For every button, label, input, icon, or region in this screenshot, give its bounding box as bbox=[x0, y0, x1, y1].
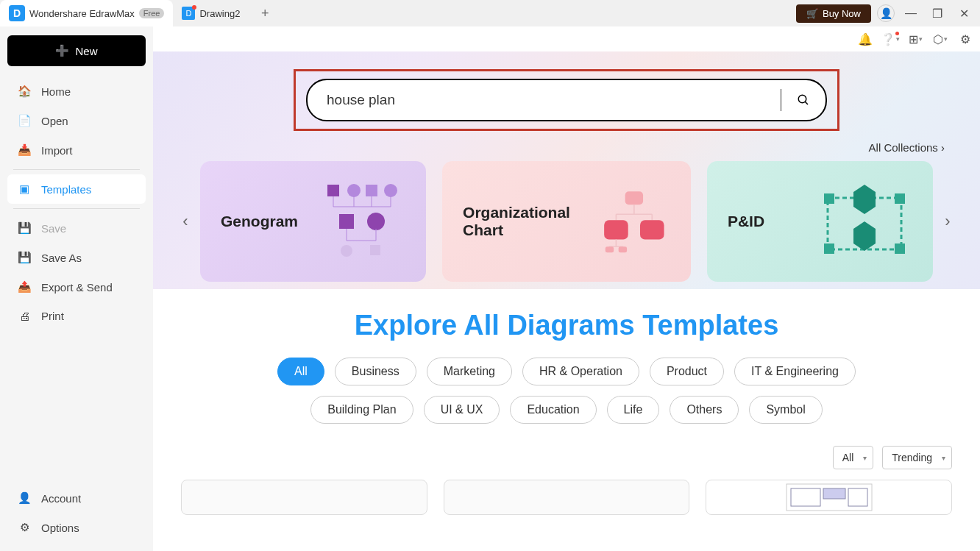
doc-tab-label: Drawing2 bbox=[199, 8, 240, 19]
sidebar-item-label: Open bbox=[41, 115, 68, 127]
explore-highlight: All Diagrams Templates bbox=[464, 310, 778, 341]
sidebar-item-home[interactable]: 🏠 Home bbox=[7, 77, 146, 106]
new-button[interactable]: ➕ New bbox=[7, 35, 146, 66]
sidebar-item-label: Export & Send bbox=[41, 281, 113, 294]
explore-heading: Explore All Diagrams Templates bbox=[177, 310, 956, 341]
sidebar-item-save-as[interactable]: 💾 Save As bbox=[7, 243, 146, 272]
home-icon: 🏠 bbox=[18, 85, 31, 98]
search-box bbox=[306, 79, 827, 121]
filter-sort-select[interactable]: Trending bbox=[882, 446, 952, 469]
svg-rect-10 bbox=[625, 191, 643, 205]
settings-icon[interactable]: ⚙ bbox=[958, 32, 973, 46]
template-card[interactable] bbox=[706, 480, 952, 515]
cat-others[interactable]: Others bbox=[670, 396, 739, 424]
sidebar-item-import[interactable]: 📥 Import bbox=[7, 135, 146, 165]
free-badge: Free bbox=[139, 8, 165, 18]
tab-app[interactable]: D Wondershare EdrawMax Free bbox=[0, 0, 173, 26]
cart-icon: 🛒 bbox=[806, 8, 818, 19]
sidebar-item-label: Home bbox=[41, 85, 71, 98]
sidebar-item-save[interactable]: 💾 Save bbox=[7, 213, 146, 243]
new-tab-button[interactable]: + bbox=[256, 4, 274, 22]
svg-rect-14 bbox=[619, 246, 627, 252]
bell-icon[interactable]: 🔔 bbox=[858, 32, 873, 46]
sidebar-item-print[interactable]: 🖨 Print bbox=[7, 302, 146, 330]
sidebar-item-label: Account bbox=[41, 492, 81, 505]
cat-symbol[interactable]: Symbol bbox=[749, 396, 822, 424]
share-icon[interactable]: ⬡▾ bbox=[933, 32, 948, 46]
sidebar-item-label: Import bbox=[41, 144, 73, 157]
sidebar-item-label: Save bbox=[41, 222, 66, 235]
maximize-button[interactable]: ❐ bbox=[927, 3, 948, 24]
template-card[interactable] bbox=[181, 480, 427, 515]
svg-rect-11 bbox=[604, 220, 628, 239]
search-button[interactable] bbox=[781, 80, 825, 120]
buy-now-button[interactable]: 🛒 Buy Now bbox=[796, 4, 871, 23]
cat-product[interactable]: Product bbox=[650, 358, 724, 385]
card-genogram[interactable]: Genogram bbox=[200, 161, 426, 282]
svg-point-3 bbox=[347, 184, 361, 197]
card-carousel: ‹ Genogram Organizational Chart P&ID bbox=[177, 161, 956, 282]
template-grid bbox=[153, 472, 980, 522]
cat-building[interactable]: Building Plan bbox=[310, 396, 413, 424]
all-collections-label: All Collections bbox=[869, 141, 938, 154]
buy-now-label: Buy Now bbox=[823, 8, 861, 19]
sidebar-item-export[interactable]: 📤 Export & Send bbox=[7, 272, 146, 302]
svg-point-8 bbox=[341, 245, 352, 257]
sidebar-item-options[interactable]: ⚙ Options bbox=[7, 513, 146, 542]
search-icon bbox=[797, 93, 810, 107]
grid-icon[interactable]: ⊞▾ bbox=[908, 32, 923, 46]
sidebar-item-label: Options bbox=[41, 522, 79, 534]
sidebar-item-open[interactable]: 📄 Open bbox=[7, 106, 146, 135]
svg-point-0 bbox=[798, 95, 806, 103]
cat-it[interactable]: IT & Engineering bbox=[734, 358, 856, 385]
document-icon: D bbox=[182, 7, 195, 20]
sidebar-item-account[interactable]: 👤 Account bbox=[7, 483, 146, 513]
account-icon: 👤 bbox=[18, 491, 31, 505]
cat-life[interactable]: Life bbox=[607, 396, 660, 424]
card-org-chart[interactable]: Organizational Chart bbox=[442, 161, 691, 282]
cat-all[interactable]: All bbox=[277, 358, 324, 385]
template-card[interactable] bbox=[444, 480, 690, 515]
search-highlight-box bbox=[294, 69, 839, 131]
cat-business[interactable]: Business bbox=[335, 358, 416, 385]
svg-rect-6 bbox=[339, 214, 354, 229]
help-icon[interactable]: ❔▾ bbox=[883, 32, 898, 46]
folder-icon: 📄 bbox=[18, 114, 31, 127]
genogram-graphic-icon bbox=[317, 177, 405, 266]
user-avatar[interactable]: 👤 bbox=[877, 4, 895, 22]
templates-icon: ▣ bbox=[18, 182, 31, 196]
org-chart-graphic-icon bbox=[598, 177, 670, 266]
save-icon: 💾 bbox=[18, 221, 31, 235]
svg-rect-17 bbox=[895, 193, 905, 204]
search-input[interactable] bbox=[308, 92, 781, 108]
explore-prefix: Explore bbox=[355, 310, 457, 341]
app-logo-icon: D bbox=[9, 5, 25, 21]
cat-uiux[interactable]: UI & UX bbox=[424, 396, 500, 424]
save-as-icon: 💾 bbox=[18, 251, 31, 264]
gear-icon: ⚙ bbox=[18, 521, 31, 534]
card-title: Organizational Chart bbox=[463, 204, 586, 239]
cat-hr[interactable]: HR & Operation bbox=[522, 358, 639, 385]
svg-rect-18 bbox=[824, 243, 834, 254]
filter-type-select[interactable]: All bbox=[833, 446, 874, 469]
top-toolbar: 🔔 ❔▾ ⊞▾ ⬡▾ ⚙ bbox=[153, 26, 980, 51]
svg-rect-9 bbox=[370, 245, 380, 255]
close-button[interactable]: ✕ bbox=[954, 3, 974, 24]
tab-document[interactable]: D Drawing2 bbox=[173, 0, 249, 26]
sidebar-item-templates[interactable]: ▣ Templates bbox=[7, 174, 146, 204]
svg-rect-19 bbox=[895, 243, 905, 254]
card-pid[interactable]: P&ID bbox=[707, 161, 933, 282]
cat-marketing[interactable]: Marketing bbox=[427, 358, 512, 385]
svg-rect-16 bbox=[824, 193, 834, 204]
all-collections-link[interactable]: All Collections › bbox=[177, 141, 956, 154]
cat-education[interactable]: Education bbox=[510, 396, 596, 424]
carousel-next[interactable]: › bbox=[939, 213, 956, 230]
card-title: Genogram bbox=[221, 213, 298, 230]
svg-rect-13 bbox=[606, 246, 614, 252]
svg-line-1 bbox=[805, 102, 808, 104]
svg-point-7 bbox=[367, 213, 385, 230]
minimize-button[interactable]: — bbox=[901, 3, 921, 24]
sidebar-item-label: Save As bbox=[41, 252, 82, 264]
divider bbox=[13, 169, 140, 170]
carousel-prev[interactable]: ‹ bbox=[177, 213, 194, 230]
